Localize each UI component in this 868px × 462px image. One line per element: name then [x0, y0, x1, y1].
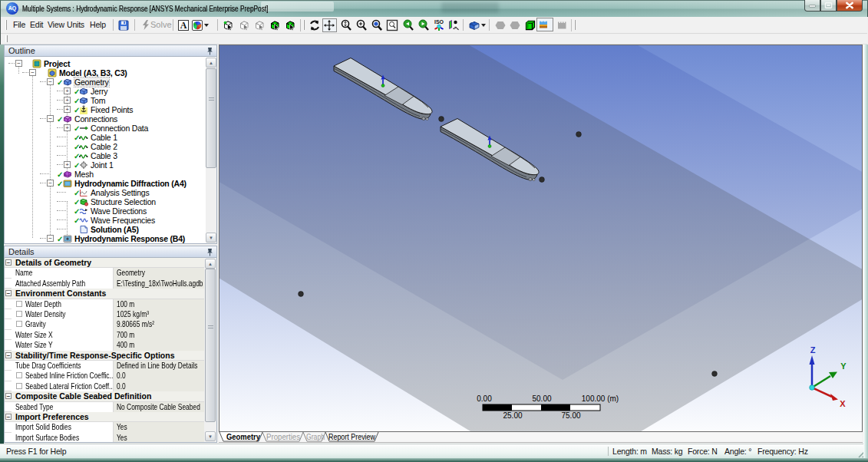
svg-text:Properties: Properties [266, 432, 300, 441]
svg-text:75.00: 75.00 [561, 411, 580, 420]
svg-text:0.00: 0.00 [477, 394, 492, 403]
svg-text:Geometry: Geometry [226, 432, 260, 441]
svg-text:Y: Y [840, 361, 847, 371]
svg-text:ISO: ISO [434, 19, 444, 25]
svg-text:Graph: Graph [306, 432, 325, 441]
svg-text:A: A [180, 20, 187, 31]
svg-text:25.00: 25.00 [503, 411, 522, 420]
svg-text:50.00: 50.00 [532, 394, 551, 403]
svg-text:Z: Z [810, 345, 816, 355]
svg-text:X: X [840, 399, 846, 408]
svg-text:Report Preview: Report Preview [328, 432, 375, 441]
svg-text:100.00 (m): 100.00 (m) [582, 394, 619, 403]
